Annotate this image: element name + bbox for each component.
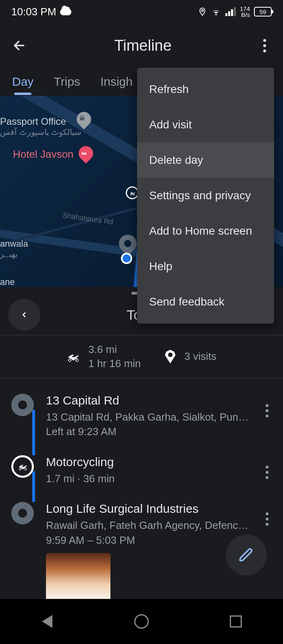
map-label-shahabpura: Shahabpura Rd <box>62 211 114 226</box>
item-title: Motorcycling <box>46 455 250 469</box>
triangle-back-icon <box>42 615 52 628</box>
chevron-left-icon <box>20 308 29 322</box>
item-title: Long Life Surgical Industries <box>46 502 250 516</box>
tab-trips[interactable]: Trips <box>54 75 80 89</box>
tab-day[interactable]: Day <box>12 75 33 89</box>
item-time: Left at 9:23 AM <box>46 424 250 439</box>
visit-pin-icon <box>165 350 175 363</box>
item-address: 13 Capital Rd, Pakka Garha, Sialkot, Pun… <box>46 410 250 424</box>
summary-visits: 3 visits <box>184 349 216 363</box>
circle-home-icon <box>134 614 149 629</box>
page-title: Timeline <box>114 37 171 54</box>
map-label-ane: ane <box>0 277 15 287</box>
motorcycle-icon: 🏍 <box>67 349 79 364</box>
system-nav-bar <box>0 599 283 644</box>
overflow-menu: Refresh Add visit Delete day Settings an… <box>137 68 274 324</box>
timeline-list: 13 Capital Rd 13 Capital Rd, Pakka Garha… <box>0 378 283 613</box>
item-sub: 1.7 mi · 36 min <box>46 471 250 486</box>
nav-recents-button[interactable] <box>227 613 245 630</box>
map-endpoint-icon <box>121 253 132 264</box>
status-time: 10:03 PM <box>11 6 56 18</box>
summary-distance: 3.6 mi <box>88 343 141 357</box>
menu-delete-day[interactable]: Delete day <box>137 142 274 178</box>
activity-motorcycle-icon: 🏍 <box>11 455 34 478</box>
timeline-item[interactable]: 13 Capital Rd 13 Capital Rd, Pakka Garha… <box>11 386 272 447</box>
net-speed: 174 B/s <box>240 6 250 18</box>
map-pin-hotel-icon[interactable] <box>76 143 96 164</box>
item-photo[interactable] <box>46 553 110 605</box>
item-time: 9:59 AM – 5:03 PM <box>46 533 250 547</box>
map-label-passport: Passport Office سیالکوٹ پاسپورٹ آفس <box>0 116 81 137</box>
nav-home-button[interactable] <box>133 613 150 630</box>
item-more-button[interactable] <box>262 462 272 482</box>
signal-icon <box>225 7 236 16</box>
overflow-menu-button[interactable] <box>258 36 271 56</box>
cloud-icon <box>60 8 71 15</box>
location-icon <box>198 6 207 17</box>
battery-icon: 59 <box>254 7 272 17</box>
summary-duration: 1 hr 16 min <box>88 357 141 371</box>
place-dot-icon <box>11 394 34 416</box>
menu-add-visit[interactable]: Add visit <box>137 107 274 142</box>
map-label-hotel: Hotel Javson <box>13 148 73 161</box>
tab-insights[interactable]: Insigh <box>100 75 133 89</box>
menu-send-feedback[interactable]: Send feedback <box>137 284 274 320</box>
menu-settings-privacy[interactable]: Settings and privacy <box>137 178 274 213</box>
pencil-icon <box>239 547 254 563</box>
item-title: 13 Capital Rd <box>46 394 250 407</box>
menu-add-home[interactable]: Add to Home screen <box>137 213 274 249</box>
place-dot-icon <box>11 502 34 524</box>
nav-back-button[interactable] <box>38 613 56 630</box>
prev-day-button[interactable] <box>8 299 40 331</box>
svg-point-0 <box>202 10 204 12</box>
day-summary: 🏍 3.6 mi 1 hr 16 min 3 visits <box>0 335 283 378</box>
item-more-button[interactable] <box>262 509 272 529</box>
item-more-button[interactable] <box>262 401 272 421</box>
square-recents-icon <box>230 615 242 627</box>
edit-fab[interactable] <box>226 535 267 576</box>
wifi-icon <box>211 7 221 16</box>
item-address: Rawail Garh, Fateh Garh Agency, Defence … <box>46 518 250 533</box>
map-label-anwala: anwala بھبہر <box>0 239 28 259</box>
status-bar: 10:03 PM 174 B/s 59 <box>0 0 283 23</box>
menu-refresh[interactable]: Refresh <box>137 72 274 107</box>
timeline-item[interactable]: 🏍 Motorcycling 1.7 mi · 36 min <box>11 447 272 494</box>
back-arrow-icon[interactable] <box>12 38 27 53</box>
app-header: Timeline <box>0 23 283 68</box>
menu-help[interactable]: Help <box>137 249 274 284</box>
